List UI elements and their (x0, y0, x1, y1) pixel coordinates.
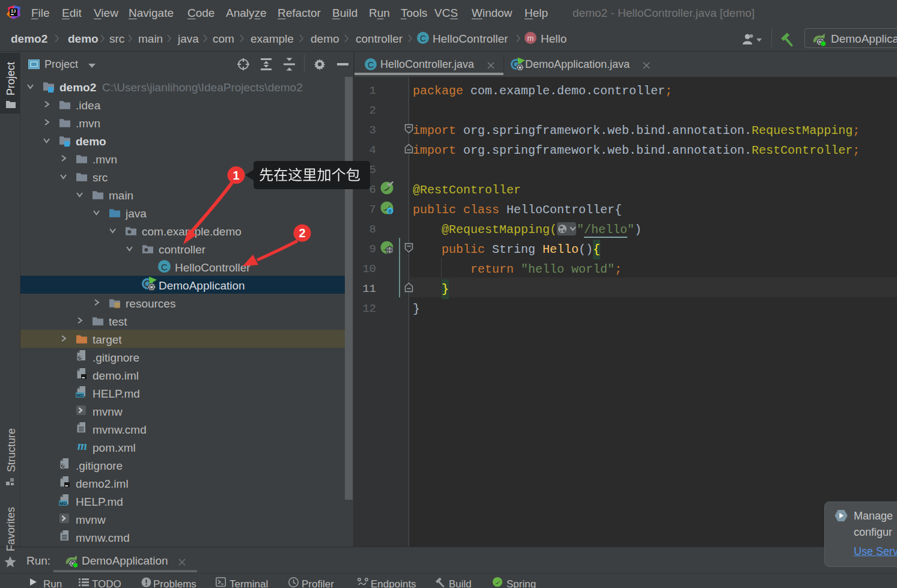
svg-text:2: 2 (299, 226, 305, 240)
svg-text:1: 1 (233, 169, 239, 182)
